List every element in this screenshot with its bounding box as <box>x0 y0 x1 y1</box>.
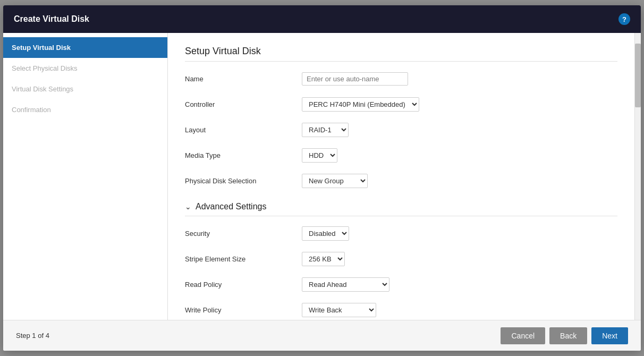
layout-label: Layout <box>185 126 302 134</box>
scrollbar[interactable] <box>634 33 641 320</box>
modal-title: Create Virtual Disk <box>14 14 89 24</box>
security-row: Security Disabled Enabled <box>185 225 617 242</box>
layout-row: Layout RAID-0 RAID-1 RAID-5 RAID-6 RAID-… <box>185 121 617 138</box>
security-label: Security <box>185 230 302 238</box>
chevron-down-icon: ⌄ <box>185 202 191 211</box>
stripe-element-size-select[interactable]: 64 KB 128 KB 256 KB 512 KB 1 MB <box>302 252 345 266</box>
sidebar-item-confirmation: Confirmation <box>3 99 167 120</box>
advanced-settings-header[interactable]: ⌄ Advanced Settings <box>185 202 617 216</box>
sidebar: Setup Virtual Disk Select Physical Disks… <box>3 33 168 320</box>
sidebar-item-select-physical-disks: Select Physical Disks <box>3 58 167 79</box>
help-icon[interactable]: ? <box>618 13 630 25</box>
name-row: Name <box>185 70 617 87</box>
media-type-row: Media Type HDD SSD <box>185 147 617 164</box>
controller-label: Controller <box>185 100 302 108</box>
modal-header: Create Virtual Disk ? <box>3 5 641 33</box>
section-title: Setup Virtual Disk <box>185 46 617 62</box>
controller-select[interactable]: PERC H740P Mini (Embedded) <box>302 97 419 112</box>
back-button[interactable]: Back <box>549 327 587 344</box>
create-virtual-disk-modal: Create Virtual Disk ? Setup Virtual Disk… <box>3 5 641 351</box>
layout-select[interactable]: RAID-0 RAID-1 RAID-5 RAID-6 RAID-10 <box>302 123 349 137</box>
write-policy-row: Write Policy Write Through Write Back Fo… <box>185 301 617 318</box>
media-type-select[interactable]: HDD SSD <box>302 148 337 163</box>
stripe-element-size-label: Stripe Element Size <box>185 255 302 263</box>
media-type-label: Media Type <box>185 151 302 159</box>
step-info: Step 1 of 4 <box>16 332 49 340</box>
footer-buttons: Cancel Back Next <box>501 327 628 344</box>
read-policy-select[interactable]: No Read Ahead Read Ahead Adaptive Read A… <box>302 277 389 292</box>
scrollbar-thumb[interactable] <box>635 44 641 107</box>
sidebar-item-virtual-disk-settings: Virtual Disk Settings <box>3 79 167 99</box>
name-label: Name <box>185 75 302 83</box>
modal-footer: Step 1 of 4 Cancel Back Next <box>3 320 641 351</box>
physical-disk-selection-row: Physical Disk Selection New Group Existi… <box>185 172 617 189</box>
modal-overlay: Create Virtual Disk ? Setup Virtual Disk… <box>0 0 644 356</box>
advanced-settings-section: ⌄ Advanced Settings Security Disabled En… <box>185 202 617 318</box>
stripe-element-size-row: Stripe Element Size 64 KB 128 KB 256 KB … <box>185 250 617 267</box>
write-policy-select[interactable]: Write Through Write Back Force Write Bac… <box>302 303 376 317</box>
name-input[interactable] <box>302 72 408 86</box>
read-policy-row: Read Policy No Read Ahead Read Ahead Ada… <box>185 276 617 293</box>
write-policy-label: Write Policy <box>185 306 302 314</box>
security-select[interactable]: Disabled Enabled <box>302 226 349 241</box>
next-button[interactable]: Next <box>591 327 628 344</box>
modal-body: Setup Virtual Disk Select Physical Disks… <box>3 33 641 320</box>
controller-row: Controller PERC H740P Mini (Embedded) <box>185 96 617 113</box>
read-policy-label: Read Policy <box>185 281 302 289</box>
sidebar-item-setup-virtual-disk[interactable]: Setup Virtual Disk <box>3 37 167 58</box>
content-area: Setup Virtual Disk Name Controller PERC … <box>168 33 634 320</box>
setup-virtual-disk-section: Setup Virtual Disk Name Controller PERC … <box>185 46 617 189</box>
advanced-settings-title: Advanced Settings <box>196 202 266 211</box>
physical-disk-selection-select[interactable]: New Group Existing Group <box>302 174 368 188</box>
cancel-button[interactable]: Cancel <box>501 327 545 344</box>
physical-disk-selection-label: Physical Disk Selection <box>185 177 302 185</box>
